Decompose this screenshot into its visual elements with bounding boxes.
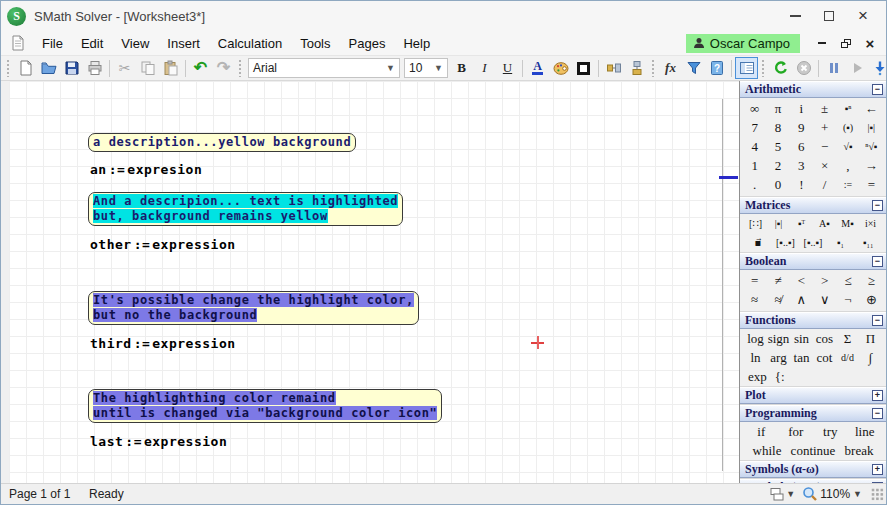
palette-key[interactable]: line xyxy=(848,422,883,441)
palette-key[interactable]: × xyxy=(813,156,836,175)
palette-key[interactable]: ≥ xyxy=(860,271,883,290)
mdi-close-button[interactable]: × xyxy=(858,34,882,52)
palette-key[interactable]: ← xyxy=(860,99,883,118)
minimize-button[interactable] xyxy=(778,4,812,28)
palette-key[interactable]: := xyxy=(836,175,859,194)
collapse-icon[interactable]: − xyxy=(872,200,883,211)
palette-key[interactable]: continue xyxy=(790,441,836,460)
palette-key[interactable]: 6 xyxy=(790,137,813,156)
palette-key[interactable]: ± xyxy=(813,99,836,118)
bold-button[interactable]: B xyxy=(450,57,473,79)
recalculate-button[interactable] xyxy=(769,57,792,79)
menu-help[interactable]: Help xyxy=(394,34,439,53)
math-region[interactable]: other:=expression xyxy=(90,237,236,252)
palette-key[interactable]: exp xyxy=(744,367,771,386)
palette-key[interactable]: sin xyxy=(790,329,813,348)
palette-key[interactable]: . xyxy=(743,175,766,194)
text-region[interactable]: It's possible change the highlight color… xyxy=(88,291,419,325)
italic-button[interactable]: I xyxy=(473,57,496,79)
menu-tools[interactable]: Tools xyxy=(291,34,339,53)
side-panel-toggle-button[interactable] xyxy=(735,57,758,79)
resize-grip[interactable] xyxy=(871,488,884,501)
collapse-icon[interactable]: − xyxy=(872,84,883,95)
chevron-down-icon[interactable]: ▼ xyxy=(853,489,862,499)
toolbar-grip[interactable] xyxy=(651,59,656,77)
palette-key[interactable]: ▪ᵀ xyxy=(790,214,813,233)
page-layout-button[interactable] xyxy=(769,487,785,502)
palette-key[interactable]: (▪) xyxy=(836,118,859,137)
insert-function-button[interactable]: fx xyxy=(659,57,682,79)
palette-key[interactable]: log xyxy=(744,329,767,348)
palette-key[interactable]: M▪ xyxy=(836,214,859,233)
palette-key[interactable]: 1 xyxy=(743,156,766,175)
palette-key[interactable]: ⁿ√▪ xyxy=(860,137,883,156)
palette-key[interactable]: cos xyxy=(813,329,836,348)
palette-key[interactable]: break xyxy=(836,441,882,460)
redo-button[interactable]: ↷ xyxy=(212,57,235,79)
palette-key[interactable]: Π xyxy=(859,329,882,348)
palette-key[interactable]: try xyxy=(813,422,848,441)
panel-header-boolean[interactable]: Boolean − xyxy=(740,253,886,270)
worksheet-icon[interactable] xyxy=(11,35,25,51)
open-button[interactable] xyxy=(37,57,60,79)
menu-file[interactable]: File xyxy=(33,34,72,53)
palette-key[interactable]: ≤ xyxy=(836,271,859,290)
palette-key[interactable]: < xyxy=(790,271,813,290)
palette-key[interactable]: = xyxy=(860,175,883,194)
panel-header-symbols-lower[interactable]: Symbols (α-ω) + xyxy=(740,461,886,478)
palette-key[interactable]: tan xyxy=(790,348,813,367)
print-button[interactable] xyxy=(83,57,106,79)
palette-key[interactable]: d/d xyxy=(836,348,859,367)
expand-icon[interactable]: + xyxy=(872,464,883,475)
new-button[interactable] xyxy=(14,57,37,79)
palette-key[interactable]: , xyxy=(836,156,859,175)
palette-key[interactable]: ¬ xyxy=(836,290,859,309)
maximize-button[interactable] xyxy=(812,4,846,28)
cut-button[interactable]: ✂ xyxy=(113,57,136,79)
palette-key[interactable]: 0 xyxy=(766,175,789,194)
palette-key[interactable]: cot xyxy=(813,348,836,367)
palette-key[interactable]: ▪⃗ xyxy=(744,233,772,252)
palette-key[interactable]: ⊕ xyxy=(860,290,883,309)
panel-header-plot[interactable]: Plot + xyxy=(740,387,886,404)
palette-key[interactable]: ▪₁ xyxy=(827,233,855,252)
palette-key[interactable]: ∨ xyxy=(813,290,836,309)
palette-key[interactable]: ∫ xyxy=(859,348,882,367)
palette-key[interactable]: |▪| xyxy=(860,118,883,137)
menu-insert[interactable]: Insert xyxy=(158,34,209,53)
palette-key[interactable]: ∞ xyxy=(743,99,766,118)
palette-key[interactable]: 3 xyxy=(790,156,813,175)
palette-key[interactable]: √▪ xyxy=(836,137,859,156)
mdi-restore-button[interactable] xyxy=(834,34,858,52)
palette-key[interactable]: ! xyxy=(790,175,813,194)
underline-button[interactable]: U xyxy=(496,57,519,79)
palette-key[interactable]: ▪₁₁ xyxy=(854,233,882,252)
chevron-down-icon[interactable]: ▼ xyxy=(786,489,795,499)
palette-key[interactable]: sign xyxy=(767,329,790,348)
palette-key[interactable]: ≠ xyxy=(766,271,789,290)
palette-key[interactable]: 9 xyxy=(790,118,813,137)
panel-header-programming[interactable]: Programming − xyxy=(740,405,886,422)
update-button[interactable] xyxy=(868,57,887,79)
collapse-icon[interactable]: − xyxy=(872,408,883,419)
text-region[interactable]: And a descripion... text is highlighted … xyxy=(88,192,403,226)
zoom-button[interactable] xyxy=(802,486,818,502)
palette-key[interactable]: ≉ xyxy=(766,290,789,309)
palette-key[interactable]: for xyxy=(779,422,814,441)
menu-calculation[interactable]: Calculation xyxy=(209,34,291,53)
close-button[interactable]: × xyxy=(846,4,880,28)
toolbar-grip[interactable] xyxy=(761,59,766,77)
palette-key[interactable]: Σ xyxy=(836,329,859,348)
palette-key[interactable]: ≈ xyxy=(743,290,766,309)
text-region[interactable]: The highlighthing color remaind until is… xyxy=(88,389,442,423)
pause-button[interactable] xyxy=(822,57,845,79)
palette-key[interactable]: → xyxy=(860,156,883,175)
palette-key[interactable]: [▪..▪] xyxy=(799,233,827,252)
text-region[interactable]: a description...yellow background xyxy=(88,133,356,152)
panel-header-arithmetic[interactable]: Arithmetic − xyxy=(740,81,886,98)
panel-header-functions[interactable]: Functions − xyxy=(740,312,886,329)
palette-key[interactable]: arg xyxy=(767,348,790,367)
menu-view[interactable]: View xyxy=(112,34,158,53)
math-region[interactable]: an:=expresion xyxy=(90,162,202,177)
palette-key[interactable]: 8 xyxy=(766,118,789,137)
